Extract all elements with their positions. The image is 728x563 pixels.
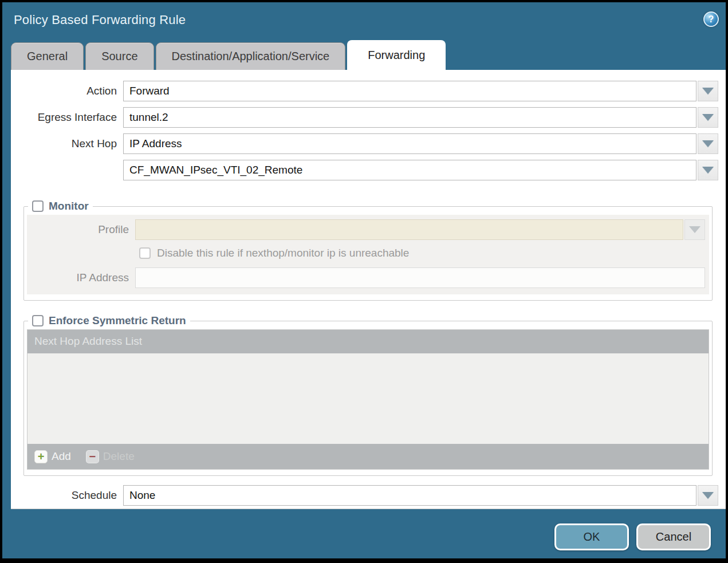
next-hop-address-combo — [123, 160, 718, 180]
disable-rule-label: Disable this rule if nexthop/monitor ip … — [157, 247, 409, 259]
disable-rule-row: Disable this rule if nexthop/monitor ip … — [139, 247, 705, 259]
next-hop-label: Next Hop — [11, 137, 123, 150]
chevron-down-icon — [702, 88, 714, 95]
monitor-checkbox[interactable] — [32, 200, 44, 212]
add-button[interactable]: + Add — [34, 450, 71, 463]
monitor-fieldset: Monitor Profile Disable this rule if nex… — [23, 200, 713, 301]
schedule-dropdown-button[interactable] — [698, 485, 718, 506]
help-icon[interactable]: ? — [703, 11, 719, 27]
next-hop-type-input[interactable] — [123, 133, 696, 154]
next-hop-combo — [123, 133, 718, 154]
monitor-ip-label: IP Address — [27, 271, 135, 284]
schedule-row: Schedule — [11, 485, 718, 506]
egress-interface-row: Egress Interface — [11, 107, 718, 128]
next-hop-address-list-body[interactable] — [27, 353, 709, 444]
profile-input — [135, 219, 683, 240]
delete-button: − Delete — [86, 450, 135, 463]
next-hop-address-dropdown-button[interactable] — [698, 160, 718, 180]
monitor-legend: Monitor — [28, 200, 93, 212]
ok-button[interactable]: OK — [554, 523, 629, 550]
forwarding-tab-panel: Action Egress Interface Next Hop — [11, 70, 726, 509]
monitor-legend-label: Monitor — [49, 200, 89, 212]
profile-combo — [135, 219, 705, 240]
next-hop-address-list-footer: + Add − Delete — [27, 444, 709, 469]
chevron-down-icon — [702, 167, 714, 174]
tab-general[interactable]: General — [11, 42, 84, 70]
tab-destination-application-service[interactable]: Destination/Application/Service — [156, 42, 346, 70]
dialog-title: Policy Based Forwarding Rule — [14, 13, 186, 27]
next-hop-address-input[interactable] — [123, 160, 696, 180]
tab-source[interactable]: Source — [85, 42, 154, 70]
symmetric-return-legend-label: Enforce Symmetric Return — [49, 314, 186, 327]
chevron-down-icon — [702, 140, 714, 147]
chevron-down-icon — [689, 226, 701, 233]
action-dropdown-button[interactable] — [698, 81, 718, 101]
profile-row: Profile — [27, 219, 705, 240]
monitor-ip-combo — [135, 267, 705, 288]
egress-interface-label: Egress Interface — [11, 111, 123, 124]
schedule-label: Schedule — [11, 489, 123, 502]
schedule-combo — [123, 485, 718, 506]
dialog-footer: OK Cancel — [554, 523, 711, 550]
delete-button-label: Delete — [103, 450, 135, 463]
next-hop-address-list-table: Next Hop Address List + Add − Delete — [27, 329, 709, 470]
schedule-input[interactable] — [123, 485, 696, 506]
action-row: Action — [11, 81, 718, 101]
monitor-ip-row: IP Address — [27, 267, 705, 288]
cancel-button[interactable]: Cancel — [636, 523, 711, 550]
profile-dropdown-button — [684, 219, 705, 240]
symmetric-return-legend: Enforce Symmetric Return — [28, 314, 190, 327]
action-combo — [123, 81, 718, 101]
next-hop-address-list-header: Next Hop Address List — [27, 330, 709, 353]
next-hop-row: Next Hop — [11, 133, 718, 154]
tab-forwarding[interactable]: Forwarding — [347, 40, 446, 70]
symmetric-return-fieldset: Enforce Symmetric Return Next Hop Addres… — [23, 314, 713, 476]
pbf-rule-dialog: Policy Based Forwarding Rule ? General S… — [0, 0, 728, 563]
next-hop-address-row — [11, 160, 718, 180]
egress-interface-input[interactable] — [123, 107, 696, 128]
monitor-ip-input — [135, 267, 705, 288]
minus-icon: − — [86, 450, 99, 463]
symmetric-return-checkbox[interactable] — [32, 315, 44, 326]
egress-interface-combo — [123, 107, 718, 128]
chevron-down-icon — [702, 114, 714, 121]
chevron-down-icon — [702, 492, 714, 499]
next-hop-dropdown-button[interactable] — [698, 133, 718, 154]
egress-interface-dropdown-button[interactable] — [698, 107, 718, 128]
tab-bar: General Source Destination/Application/S… — [11, 40, 447, 70]
action-label: Action — [11, 85, 123, 97]
monitor-inner-panel: Profile Disable this rule if nexthop/mon… — [27, 215, 709, 294]
profile-label: Profile — [27, 223, 135, 236]
disable-rule-checkbox — [139, 247, 151, 259]
action-input[interactable] — [123, 81, 696, 101]
add-button-label: Add — [52, 450, 71, 463]
plus-icon: + — [34, 450, 48, 463]
